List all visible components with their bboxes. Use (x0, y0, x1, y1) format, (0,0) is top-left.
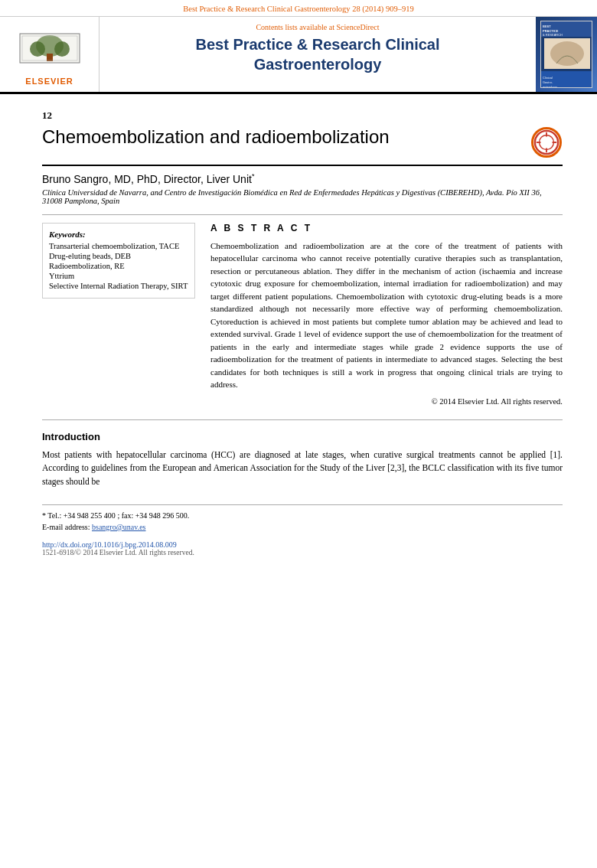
journal-header-text: Best Practice & Research Clinical Gastro… (183, 5, 414, 13)
article-title-row: Chemoembolization and radioembolization (42, 126, 563, 166)
journal-title-line2: Gastroenterology (254, 56, 382, 73)
elsevier-logo-block: ELSEVIER (0, 17, 100, 92)
article-title: Chemoembolization and radioembolization (42, 126, 530, 148)
introduction-text: Most patients with hepatocellular carcin… (42, 450, 563, 487)
keyword-2: Drug-eluting beads, DEB (49, 252, 188, 260)
journal-cover-image: BESTPRACTICE&RESEARCH ★ BEST PRACTICE & … (536, 17, 597, 92)
abstract-body: Chemoembolization and radioembolization … (210, 240, 563, 391)
science-direct-link: Contents lists available at ScienceDirec… (111, 23, 524, 31)
journal-title-line1: Best Practice & Research Clinical (195, 36, 439, 53)
page-content: 12 Chemoembolization and radioembolizati… (0, 94, 597, 572)
cover-thumbnail: BESTPRACTICE&RESEARCH ★ BEST PRACTICE & … (540, 21, 592, 88)
section-divider-2 (42, 419, 563, 420)
issn-line: 1521-6918/© 2014 Elsevier Ltd. All right… (42, 549, 563, 556)
introduction-paragraph: Most patients with hepatocellular carcin… (42, 449, 563, 489)
svg-rect-4 (47, 54, 53, 61)
svg-point-3 (54, 41, 70, 57)
keyword-1: Transarterial chemoembolization, TACE (49, 242, 188, 250)
publisher-banner: ELSEVIER Contents lists available at Sci… (0, 17, 597, 94)
crossmark-badge[interactable] (530, 126, 563, 158)
author-name: Bruno Sangro, MD, PhD, Director, Liver U… (42, 173, 252, 185)
svg-text:& RESEARCH: & RESEARCH (543, 33, 563, 37)
svg-point-19 (540, 135, 554, 150)
email-label: E-mail address: (42, 523, 90, 531)
tel-label: * Tel.: (42, 511, 61, 520)
keywords-title: Keywords: (49, 230, 188, 239)
tel-number: +34 948 255 400 (64, 511, 116, 520)
journal-main-title: Best Practice & Research Clinical Gastro… (111, 34, 524, 74)
svg-text:Gastro-: Gastro- (543, 80, 553, 84)
keyword-4: Yttrium (49, 272, 188, 280)
elsevier-logo-svg (16, 32, 83, 74)
author-sup: * (252, 172, 255, 180)
keywords-column: Keywords: Transarterial chemoembolizatio… (42, 223, 195, 406)
author-line: Bruno Sangro, MD, PhD, Director, Liver U… (42, 172, 563, 185)
abstract-column: A B S T R A C T Chemoembolization and ra… (210, 223, 563, 406)
email-value[interactable]: bsangro@unav.es (92, 523, 146, 531)
keyword-5: Selective Internal Radiation Therapy, SI… (49, 282, 188, 290)
footnote-contact: * Tel.: +34 948 255 400 ; fax: +34 948 2… (42, 510, 563, 533)
svg-point-13 (550, 41, 584, 66)
keyword-3: Radioembolization, RE (49, 262, 188, 270)
section-divider-1 (42, 214, 563, 215)
two-column-layout: Keywords: Transarterial chemoembolizatio… (42, 223, 563, 406)
article-number: 12 (42, 109, 563, 122)
journal-title-block: Contents lists available at ScienceDirec… (100, 17, 536, 92)
fax-number: +34 948 296 500. (135, 511, 190, 520)
footnote-area: * Tel.: +34 948 255 400 ; fax: +34 948 2… (42, 504, 563, 556)
elsevier-brand-text: ELSEVIER (25, 77, 73, 86)
crossmark-icon (531, 127, 562, 158)
science-direct-text[interactable]: ScienceDirect (336, 23, 379, 31)
svg-text:enterology: enterology (543, 85, 557, 88)
copyright-line: © 2014 Elsevier Ltd. All rights reserved… (210, 397, 563, 406)
abstract-heading: A B S T R A C T (210, 223, 563, 233)
keywords-box: Keywords: Transarterial chemoembolizatio… (42, 223, 195, 299)
abstract-text-paragraph: Chemoembolization and radioembolization … (210, 240, 563, 391)
doi-link[interactable]: http://dx.doi.org/10.1016/j.bpg.2014.08.… (42, 540, 563, 549)
svg-point-2 (30, 41, 45, 57)
fax-label: ; fax: (117, 511, 133, 520)
affiliation-line: Clínica Universidad de Navarra, and Cent… (42, 188, 563, 205)
svg-text:Clinical: Clinical (543, 76, 553, 80)
cover-svg: BEST PRACTICE & RESEARCH Clinical Gastro… (541, 21, 592, 88)
svg-text:BEST: BEST (543, 24, 551, 28)
contents-available-text: Contents lists available at (256, 23, 334, 31)
introduction-heading: Introduction (42, 431, 563, 442)
journal-header: Best Practice & Research Clinical Gastro… (0, 0, 597, 17)
